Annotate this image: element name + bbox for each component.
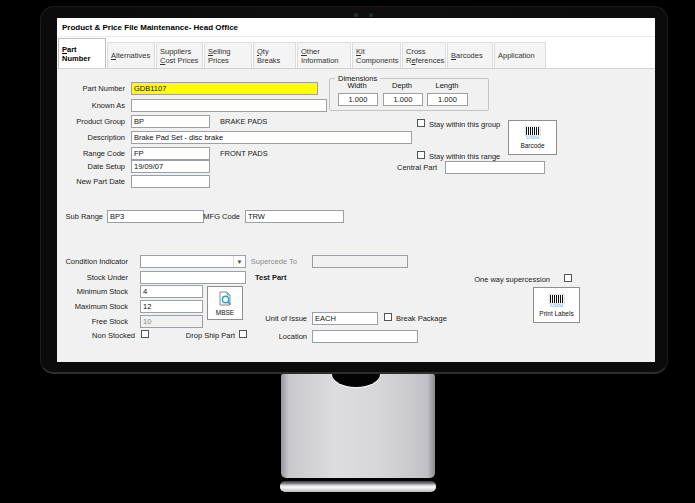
maximum-stock-label: Maximum Stock [57, 302, 128, 311]
location-input[interactable] [312, 330, 418, 343]
tab-alternatives[interactable]: Alternatives [107, 42, 155, 68]
part-number-label: Part Number [57, 84, 125, 93]
camera-led-icon [369, 13, 373, 17]
break-package-checkbox[interactable] [384, 313, 392, 321]
tab-application[interactable]: Application [494, 42, 546, 68]
mfg-code-label: MFG Code [194, 212, 240, 221]
mfg-code-input[interactable] [245, 210, 344, 223]
stay-within-group-label: Stay within this group [429, 120, 500, 129]
stay-within-range-label: Stay within this range [429, 152, 500, 161]
mbse-button-label: MBSE [216, 309, 234, 316]
condition-indicator-label: Condition Indicator [57, 257, 128, 266]
print-labels-button[interactable]: 123456 Print Labels [533, 287, 580, 323]
range-code-description: FRONT PADS [220, 149, 268, 158]
free-stock-input [140, 315, 203, 328]
length-label: Length [425, 81, 469, 90]
unit-of-issue-label: Unit of Issue [245, 314, 307, 323]
minimum-stock-input[interactable] [140, 285, 203, 298]
test-part-label: Test Part [255, 273, 287, 282]
new-part-date-label: New Part Date [57, 177, 125, 186]
barcode-digits: 123456 [526, 136, 539, 140]
break-package-label: Break Package [396, 314, 447, 323]
central-part-input[interactable] [445, 161, 545, 174]
print-labels-barcode-icon [549, 294, 565, 304]
barcode-button-label: Barcode [520, 142, 544, 149]
tab-kit-components[interactable]: Kit Components [352, 42, 401, 68]
app-window: Product & Price File Maintenance- Head O… [57, 18, 655, 362]
description-input[interactable] [131, 131, 412, 144]
monitor-stand [281, 374, 435, 478]
stock-under-label: Stock Under [57, 273, 128, 282]
location-label: Location [245, 332, 307, 341]
non-stocked-label: Non Stocked [57, 331, 135, 340]
product-group-input[interactable] [131, 115, 210, 128]
central-part-label: Central Part [375, 163, 437, 172]
one-way-supercession-checkbox[interactable] [564, 274, 572, 282]
tab-suppliers-cost-prices[interactable]: Suppliers Cost Prices [156, 42, 203, 68]
stay-within-range-checkbox[interactable] [417, 151, 425, 159]
minimum-stock-label: Minimum Stock [57, 287, 128, 296]
monitor-stand-base [280, 481, 436, 492]
tab-bar: Part Number Alternatives Suppliers Cost … [57, 38, 655, 68]
length-input[interactable] [427, 93, 468, 106]
depth-input[interactable] [383, 93, 423, 106]
barcode-button[interactable]: 123456 Barcode [508, 120, 557, 155]
stock-under-input[interactable] [140, 271, 246, 284]
part-number-input[interactable] [131, 82, 318, 95]
known-as-label: Known As [57, 101, 125, 110]
non-stocked-checkbox[interactable] [141, 330, 149, 338]
date-setup-label: Date Setup [57, 162, 125, 171]
window-titlebar: Product & Price File Maintenance- Head O… [57, 18, 655, 37]
mbse-button[interactable]: MBSE [207, 286, 243, 320]
search-document-icon [217, 291, 233, 307]
sub-range-input[interactable] [107, 210, 204, 223]
width-input[interactable] [338, 93, 378, 106]
depth-label: Depth [381, 81, 423, 90]
product-group-description: BRAKE PADS [220, 117, 267, 126]
date-setup-input[interactable] [131, 160, 210, 173]
tab-cross-references[interactable]: Cross References [402, 42, 446, 68]
tab-qty-breaks[interactable]: Qty Breaks [253, 42, 296, 68]
dimensions-group: Dimensions Width Depth Length [329, 78, 489, 111]
condition-indicator-value [141, 256, 233, 267]
new-part-date-input[interactable] [131, 175, 210, 188]
condition-indicator-select[interactable]: ▼ [140, 255, 246, 268]
stay-within-group-checkbox[interactable] [417, 119, 425, 127]
monitor-mockup: Product & Price File Maintenance- Head O… [0, 0, 695, 503]
free-stock-label: Free Stock [57, 317, 128, 326]
print-labels-digits: 123456 [550, 304, 563, 308]
tab-barcodes[interactable]: Barcodes [447, 42, 493, 68]
print-labels-button-label: Print Labels [539, 310, 573, 317]
tab-other-information[interactable]: Other Information [297, 42, 351, 68]
range-code-input[interactable] [131, 147, 210, 160]
range-code-label: Range Code [57, 149, 125, 158]
product-group-label: Product Group [57, 117, 125, 126]
sub-range-label: Sub Range [57, 212, 103, 221]
known-as-input[interactable] [131, 99, 327, 112]
unit-of-issue-input[interactable] [312, 312, 378, 325]
monitor-stand-notch [332, 374, 380, 387]
one-way-supercession-label: One way supercession [465, 275, 550, 284]
window-title: Product & Price File Maintenance- Head O… [62, 23, 238, 32]
tab-selling-prices[interactable]: Selling Prices [204, 42, 252, 68]
width-label: Width [336, 81, 378, 90]
supercede-to-input [312, 255, 408, 268]
drop-ship-part-label: Drop Ship Part [175, 331, 235, 340]
description-label: Description [57, 133, 125, 142]
supercede-to-label: Supercede To [243, 257, 297, 266]
tab-part-number[interactable]: Part Number [58, 38, 106, 68]
maximum-stock-input[interactable] [140, 300, 203, 313]
camera-icon [354, 13, 358, 17]
